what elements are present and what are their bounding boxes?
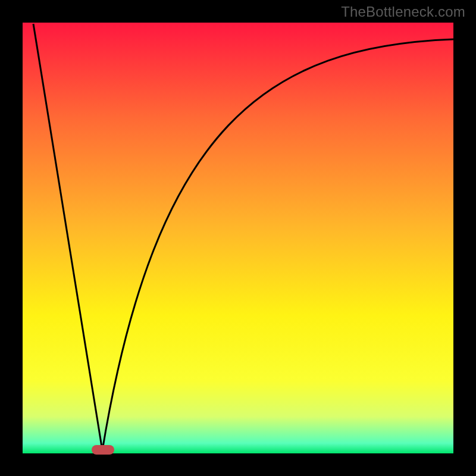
chart-canvas: TheBottleneck.com: [0, 0, 476, 476]
plot-background: [23, 23, 453, 453]
watermark-text: TheBottleneck.com: [341, 4, 465, 20]
optimal-marker: [92, 445, 114, 455]
plot-svg: [0, 0, 476, 476]
